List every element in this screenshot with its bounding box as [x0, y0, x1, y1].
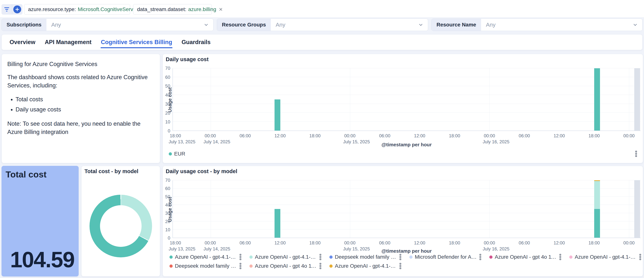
chevron-down-icon [632, 19, 642, 31]
legend-item[interactable]: Deepseek model family - ... [170, 263, 250, 269]
filters-menu-button[interactable] [2, 4, 12, 15]
legend-actions-icon[interactable] [399, 253, 402, 261]
legend-color-dot [170, 264, 173, 268]
legend-actions-icon[interactable] [239, 262, 242, 270]
legend-label: EUR [174, 151, 185, 157]
filter-pill-dataset[interactable]: data_stream.dataset: azure.billing [133, 4, 212, 15]
partial-bucket-band [634, 180, 640, 238]
gridline [173, 213, 641, 213]
tab-guardrails[interactable]: Guardrails [181, 36, 211, 49]
gridline [490, 180, 490, 238]
x-tick-label: 00:00 [484, 133, 495, 138]
legend-item-eur[interactable]: EUR [169, 151, 185, 157]
tab-overview[interactable]: Overview [9, 36, 36, 49]
filter-icon [4, 7, 9, 12]
markdown-paragraph: The dashboard shows costs related to Azu… [7, 73, 154, 90]
daily-usage-cost-panel: Daily usage cost 01020304050607018:00Jul… [162, 54, 643, 163]
y-tick-label: 60 [159, 186, 170, 191]
bar-segment[interactable] [594, 181, 600, 209]
y-tick-label: 10 [159, 119, 170, 124]
bar-segment[interactable] [594, 68, 600, 130]
bar-segment[interactable] [274, 209, 280, 238]
gridline [173, 229, 641, 229]
gridline [173, 68, 641, 68]
gridline [173, 77, 641, 77]
tab-api-management[interactable]: API Management [44, 36, 92, 49]
plot-area [172, 180, 641, 238]
legend-actions-icon[interactable] [319, 262, 322, 270]
control-label: Subscriptions [2, 19, 46, 31]
legend-item[interactable]: Azure OpenAI - gpt-4.1-ft ... [330, 263, 409, 269]
x-tick-label: 18:00 [309, 240, 320, 245]
legend-actions-icon[interactable] [559, 253, 562, 261]
gridline [629, 68, 629, 130]
dashboard-controls: Subscriptions Any Resource Groups Any Re… [0, 19, 644, 31]
bar-segment[interactable] [594, 209, 600, 238]
legend-actions-icon[interactable] [239, 253, 242, 261]
x-tick-label: 12:00 [414, 240, 425, 245]
metric-title: Total cost [6, 169, 46, 180]
x-axis-title: @timestamp per hour [382, 142, 432, 148]
control-label: Resource Name [432, 19, 481, 31]
y-tick-label: 70 [159, 178, 170, 183]
filter-pill-field: azure.resource.type: [28, 6, 76, 12]
legend-item[interactable]: Azure OpenAI - gpt-4.1-mi... [170, 254, 250, 260]
bar-segment[interactable] [594, 180, 600, 181]
legend-item[interactable]: Deepseek model family - ... [330, 254, 409, 260]
gridline [173, 196, 641, 197]
subscriptions-control[interactable]: Subscriptions Any [2, 19, 214, 31]
resource-name-control[interactable]: Resource Name Any [432, 19, 642, 31]
add-filter-button[interactable] [12, 4, 23, 15]
legend-label: Deepseek model family - ... [335, 254, 396, 260]
legend-label: Azure OpenAI - gpt-4.1-ft ... [575, 254, 636, 260]
x-tick-label: 18:00 [309, 133, 320, 138]
x-tick-label: 06:00 [240, 133, 251, 138]
legend-item[interactable]: Microsoft Defender for AI ... [409, 254, 489, 260]
remove-filter-icon[interactable] [219, 7, 223, 12]
gridline [490, 68, 490, 130]
markdown-title: Billing for Azure Cognitive Services [7, 61, 154, 68]
legend-actions-icon[interactable] [635, 150, 638, 158]
x-tick-date-label: July 14, 2025 [204, 139, 230, 145]
x-tick-label: 00:00 [205, 133, 216, 138]
total-cost-donut-chart[interactable] [90, 195, 152, 257]
x-tick-date-label: July 15, 2025 [343, 246, 370, 251]
filter-pill-value: Microsoft.CognitiveServices [78, 6, 142, 12]
legend-color-dot [250, 255, 252, 259]
x-tick-label: 12:00 [554, 240, 565, 245]
bar-segment[interactable] [274, 99, 280, 130]
legend-actions-icon[interactable] [639, 253, 642, 261]
legend-color-dot [409, 255, 412, 259]
y-tick-label: 0 [159, 235, 170, 241]
gridline [173, 112, 641, 113]
resource-groups-control[interactable]: Resource Groups Any [217, 19, 428, 31]
x-tick-label: 06:00 [519, 240, 530, 245]
legend-label: Microsoft Defender for AI ... [415, 254, 476, 260]
gridline [173, 180, 641, 180]
control-value: Any [481, 19, 632, 31]
legend-item[interactable]: Azure OpenAI - gpt 4o 112... [250, 263, 330, 269]
y-axis-title: Usage cost [167, 196, 173, 223]
gridline [350, 68, 350, 130]
total-cost-panel[interactable]: Total cost 104.59 [2, 166, 79, 276]
legend-color-dot [330, 264, 332, 268]
x-tick-label: 18:00 [170, 133, 181, 138]
filter-pill-resource-type[interactable]: azure.resource.type: Microsoft.Cognitive… [24, 4, 130, 15]
legend-color-dot [330, 255, 332, 259]
chevron-down-icon [204, 19, 213, 31]
legend-item[interactable]: Azure OpenAI - gpt-4.1-ft ... [569, 254, 644, 260]
x-tick-label: 12:00 [274, 133, 286, 138]
x-tick-label: 06:00 [519, 133, 530, 138]
legend-actions-icon[interactable] [319, 253, 322, 261]
bullet-item: Daily usage costs [16, 106, 154, 113]
legend-label: Azure OpenAI - gpt-4.1-mi... [175, 254, 237, 260]
legend-actions-icon[interactable] [399, 262, 402, 270]
tab-cognitive-services-billing[interactable]: Cognitive Services Billing [100, 36, 173, 49]
x-tick-date-label: July 16, 2025 [483, 246, 510, 251]
gridline [173, 121, 641, 122]
legend-item[interactable]: Azure OpenAI - gpt-4.1-ft ... [250, 254, 330, 260]
x-tick-label: 00:00 [484, 240, 495, 245]
x-tick-label: 00:00 [205, 240, 216, 245]
legend-item[interactable]: Azure OpenAI - gpt 4o 112... [489, 254, 569, 260]
legend-actions-icon[interactable] [479, 253, 482, 261]
